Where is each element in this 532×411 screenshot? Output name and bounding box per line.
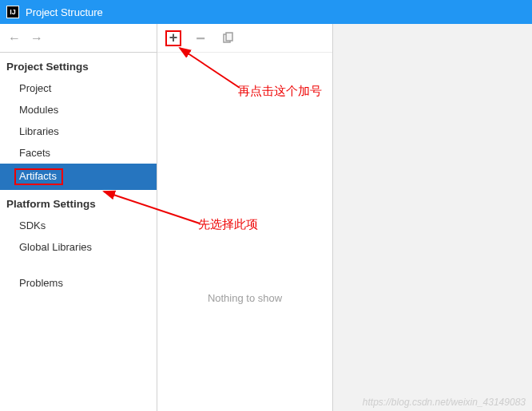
annotation-select-hint: 先选择此项 [198,217,258,232]
section-platform-settings: Platform Settings [0,190,157,215]
empty-message: Nothing to show [157,292,332,304]
sidebar-item-project[interactable]: Project [0,77,157,99]
copy-button[interactable] [220,30,236,46]
sidebar-item-libraries[interactable]: Libraries [0,121,157,142]
sidebar-item-global-libraries[interactable]: Global Libraries [0,236,157,258]
sidebar-item-facets[interactable]: Facets [0,142,157,164]
sidebar-item-label: Artifacts [19,170,57,182]
section-project-settings: Project Settings [0,53,157,77]
toolbar: + − [157,24,332,53]
window-title: Project Structure [26,6,103,18]
sidebar-item-artifacts[interactable]: Artifacts [0,164,157,190]
svg-rect-1 [226,33,232,41]
sidebar-item-problems[interactable]: Problems [0,272,157,294]
artifacts-highlight: Artifacts [14,168,63,185]
copy-icon [221,32,234,45]
nav-arrows: ← → [0,24,157,53]
app-icon: IJ [6,6,19,18]
back-button[interactable]: ← [6,31,22,45]
sidebar-item-sdks[interactable]: SDKs [0,215,157,236]
annotation-plus-hint: 再点击这个加号 [238,84,322,99]
main-area: ← → Project Settings Project Modules Lib… [0,24,532,411]
right-pane [333,24,532,411]
forward-button[interactable]: → [29,31,45,45]
sidebar-item-modules[interactable]: Modules [0,99,157,121]
remove-button[interactable]: − [193,30,208,46]
add-button[interactable]: + [165,30,181,46]
sidebar: ← → Project Settings Project Modules Lib… [0,24,157,411]
titlebar: IJ Project Structure [0,0,532,24]
